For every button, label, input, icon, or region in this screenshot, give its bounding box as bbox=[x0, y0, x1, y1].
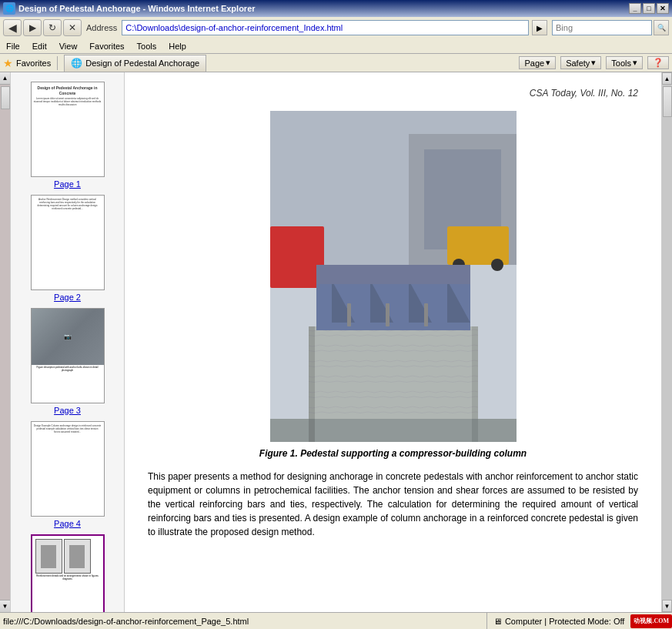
maximize-button[interactable]: □ bbox=[643, 3, 655, 14]
page-2-preview: Anchor Reinforcement Design method consi… bbox=[32, 196, 104, 289]
content-wrapper: CSA Today, Vol. III, No. 12 bbox=[125, 72, 672, 612]
scroll-track[interactable] bbox=[662, 85, 672, 600]
page-4-image: Design Example Column anchorage design i… bbox=[31, 421, 105, 517]
svg-rect-17 bbox=[347, 303, 351, 326]
search-area: 🔍 bbox=[552, 20, 669, 35]
refresh-button[interactable]: ↻ bbox=[43, 19, 62, 36]
tools-button[interactable]: Tools ▾ bbox=[606, 56, 643, 69]
page-thumbnails: Design of Pedestal Anchorage in Concrete… bbox=[11, 72, 124, 612]
pedestal-svg bbox=[270, 111, 517, 442]
page-1-label[interactable]: Page 1 bbox=[26, 179, 109, 189]
status-zone: 🖥 Computer | Protected Mode: Off bbox=[486, 613, 631, 629]
page-3-image: 📷 Figure description pedestal with ancho… bbox=[31, 308, 105, 403]
svg-rect-20 bbox=[270, 419, 517, 442]
menu-edit[interactable]: Edit bbox=[29, 41, 50, 52]
sidebar: Design of Pedestal Anchorage in Concrete… bbox=[11, 72, 125, 612]
tools-label: Tools bbox=[611, 59, 631, 68]
search-box[interactable] bbox=[552, 20, 652, 35]
sidebar-scroll-up[interactable]: ▲ bbox=[0, 72, 10, 85]
svg-rect-7 bbox=[270, 226, 324, 288]
page-1-image: Design of Pedestal Anchorage in Concrete… bbox=[31, 82, 105, 177]
logo-text: 动视频.COM bbox=[634, 617, 669, 625]
address-bar[interactable] bbox=[122, 20, 529, 35]
menu-file[interactable]: File bbox=[3, 41, 23, 52]
page-2-thumbnail[interactable]: Anchor Reinforcement Design method consi… bbox=[26, 195, 109, 302]
tab-icon: 🌐 bbox=[71, 58, 82, 69]
sidebar-scroll-track bbox=[0, 85, 10, 600]
svg-rect-21 bbox=[309, 326, 315, 442]
status-computer-icon: 🖥 bbox=[493, 617, 502, 626]
page-5-preview: Reinforcement details and tie arrangemen… bbox=[32, 536, 103, 584]
safety-button[interactable]: Safety ▾ bbox=[560, 56, 601, 69]
svg-rect-19 bbox=[424, 303, 428, 326]
page-5-image: Reinforcement details and tie arrangemen… bbox=[31, 534, 105, 612]
page-3-thumbnail[interactable]: 📷 Figure description pedestal with ancho… bbox=[26, 308, 109, 415]
safety-dropdown-icon: ▾ bbox=[591, 58, 596, 68]
figure-caption: Figure 1. Pedestal supporting a compress… bbox=[148, 448, 638, 459]
status-url: file:///C:/Downloads/design-of-anchor-re… bbox=[0, 617, 486, 626]
page-3-label[interactable]: Page 3 bbox=[26, 406, 109, 415]
tools-dropdown-icon: ▾ bbox=[633, 58, 637, 68]
main-area: ▲ ▼ Design of Pedestal Anchorage in Conc… bbox=[0, 72, 672, 612]
page-4-label[interactable]: Page 4 bbox=[26, 519, 109, 528]
status-zone-label: Computer | Protected Mode: Off bbox=[505, 617, 625, 626]
page-5-thumbnail[interactable]: Reinforcement details and tie arrangemen… bbox=[26, 534, 109, 612]
search-input[interactable] bbox=[556, 23, 648, 32]
ie-toolbar-right: Page ▾ Safety ▾ Tools ▾ ❓ bbox=[519, 56, 669, 69]
favorites-bar: ★ Favorites 🌐 Design of Pedestal Anchora… bbox=[0, 54, 672, 72]
favorites-star-icon: ★ bbox=[3, 57, 13, 69]
scroll-up-button[interactable]: ▲ bbox=[662, 72, 672, 85]
menu-view[interactable]: View bbox=[56, 41, 81, 52]
scroll-thumb[interactable] bbox=[663, 86, 672, 117]
page-dropdown-icon: ▾ bbox=[546, 58, 550, 68]
svg-rect-18 bbox=[386, 303, 389, 326]
favorites-separator bbox=[57, 56, 58, 70]
article-header: CSA Today, Vol. III, No. 12 bbox=[148, 88, 638, 99]
menu-tools[interactable]: Tools bbox=[134, 41, 160, 52]
navigation-bar: ◀ ▶ ↻ ✕ Address ▶ 🔍 bbox=[0, 17, 672, 38]
page-2-label[interactable]: Page 2 bbox=[26, 293, 109, 302]
sidebar-scroll-thumb[interactable] bbox=[1, 86, 10, 109]
search-go-button[interactable]: 🔍 bbox=[654, 20, 669, 35]
status-bar: file:///C:/Downloads/design-of-anchor-re… bbox=[0, 612, 672, 629]
title-bar: 🌐 Design of Pedestal Anchorage - Windows… bbox=[0, 0, 672, 17]
menu-favorites[interactable]: Favorites bbox=[86, 41, 127, 52]
help-icon: ❓ bbox=[653, 58, 664, 68]
sidebar-scroll-down[interactable]: ▼ bbox=[0, 600, 10, 612]
body-text: This paper presents a method for designi… bbox=[148, 470, 638, 539]
page-button[interactable]: Page ▾ bbox=[519, 56, 556, 69]
page-4-thumbnail[interactable]: Design Example Column anchorage design i… bbox=[26, 421, 109, 528]
status-logo: 动视频.COM bbox=[630, 614, 672, 628]
minimize-button[interactable]: _ bbox=[629, 3, 641, 14]
svg-point-6 bbox=[491, 259, 503, 271]
address-label: Address bbox=[86, 23, 117, 32]
page-3-image-preview: 📷 bbox=[32, 309, 104, 365]
page-4-preview: Design Example Column anchorage design i… bbox=[32, 422, 104, 516]
back-button[interactable]: ◀ bbox=[3, 19, 22, 36]
page-3-text-preview: Figure description pedestal with anchor … bbox=[32, 365, 104, 374]
current-tab[interactable]: 🌐 Design of Pedestal Anchorage bbox=[64, 55, 206, 72]
svg-rect-22 bbox=[472, 326, 478, 442]
sidebar-scroll-indicator: ▲ ▼ bbox=[0, 72, 11, 612]
tab-label: Design of Pedestal Anchorage bbox=[85, 59, 199, 68]
help-button[interactable]: ❓ bbox=[647, 56, 669, 69]
scroll-down-button[interactable]: ▼ bbox=[662, 600, 672, 612]
address-input[interactable] bbox=[125, 23, 525, 32]
go-button[interactable]: ▶ bbox=[532, 20, 547, 35]
svg-rect-16 bbox=[316, 265, 470, 284]
window-icon: 🌐 bbox=[3, 2, 15, 15]
stop-button[interactable]: ✕ bbox=[63, 19, 82, 36]
menu-help[interactable]: Help bbox=[165, 41, 189, 52]
page-1-thumbnail[interactable]: Design of Pedestal Anchorage in Concrete… bbox=[26, 82, 109, 189]
window-title: Design of Pedestal Anchorage - Windows I… bbox=[18, 4, 629, 13]
page-label: Page bbox=[524, 59, 544, 68]
favorites-label[interactable]: Favorites bbox=[16, 59, 51, 68]
window-controls: _ □ ✕ bbox=[629, 3, 669, 14]
forward-button[interactable]: ▶ bbox=[23, 19, 42, 36]
page-1-preview: Design of Pedestal Anchorage in Concrete… bbox=[32, 82, 104, 176]
close-button[interactable]: ✕ bbox=[657, 3, 669, 14]
content-vertical-scrollbar: ▲ ▼ bbox=[661, 72, 672, 612]
safety-label: Safety bbox=[566, 59, 590, 68]
svg-rect-4 bbox=[447, 226, 509, 265]
content-area: CSA Today, Vol. III, No. 12 bbox=[125, 72, 661, 612]
